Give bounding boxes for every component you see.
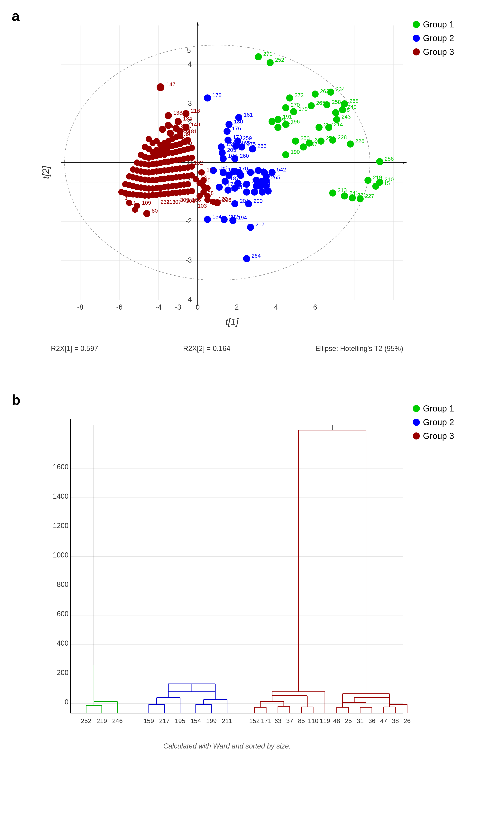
svg-text:194: 194	[238, 215, 247, 221]
legend-item-group1: Group 1	[413, 20, 454, 29]
svg-text:109: 109	[142, 200, 151, 206]
svg-text:219: 219	[96, 717, 107, 724]
svg-point-108	[204, 94, 211, 101]
panel-a-label: a	[12, 8, 20, 24]
svg-text:171: 171	[261, 717, 271, 724]
svg-text:154: 154	[212, 214, 222, 220]
svg-point-352	[200, 177, 207, 183]
svg-text:251: 251	[277, 116, 286, 122]
svg-text:200: 200	[253, 198, 263, 204]
legend-item-group3: Group 3	[413, 47, 454, 57]
svg-point-361	[204, 185, 211, 191]
svg-text:37: 37	[286, 717, 293, 724]
svg-text:176: 176	[232, 125, 241, 131]
group3-color-dot	[413, 48, 420, 55]
svg-point-161	[247, 224, 254, 231]
stat-ellipse: Ellipse: Hotelling's T2 (95%)	[316, 345, 403, 353]
scatter-plot: -8 -6 -4 -3 0 2 4 6 4 3 2 1 0 -1 -2 -3	[51, 16, 413, 329]
svg-point-102	[357, 195, 364, 202]
svg-point-183	[225, 172, 233, 179]
svg-point-128	[219, 149, 226, 156]
svg-text:234: 234	[336, 86, 345, 92]
svg-point-90	[376, 158, 383, 165]
dendro-plot: 0 200 400 600 800 1000 1200 1400 1600	[51, 400, 413, 752]
legend-b-group2-label: Group 2	[423, 417, 454, 427]
stat-r2x2: R2X[2] = 0.164	[183, 345, 230, 353]
svg-text:196: 196	[291, 118, 300, 125]
svg-point-130	[220, 155, 227, 162]
svg-text:119: 119	[320, 717, 330, 724]
svg-point-193	[165, 112, 172, 119]
svg-text:260: 260	[240, 153, 249, 159]
svg-text:48: 48	[333, 717, 340, 724]
panel-b: b Group 1 Group 2 Group 3	[12, 392, 492, 821]
svg-text:211: 211	[222, 717, 232, 724]
svg-text:110: 110	[308, 717, 318, 724]
svg-point-174	[243, 181, 250, 188]
svg-text:31: 31	[357, 717, 364, 724]
svg-text:-4: -4	[155, 303, 162, 311]
svg-text:80: 80	[152, 208, 158, 214]
svg-point-157	[221, 216, 228, 223]
svg-text:0: 0	[65, 698, 69, 706]
b-group2-color-dot	[413, 419, 420, 426]
svg-text:215: 215	[381, 180, 390, 186]
svg-text:228: 228	[338, 134, 347, 140]
svg-text:-8: -8	[77, 303, 83, 311]
b-group1-color-dot	[413, 405, 420, 412]
svg-text:63: 63	[274, 717, 281, 724]
svg-text:227: 227	[365, 193, 374, 199]
svg-text:258: 258	[332, 99, 341, 105]
svg-point-151	[231, 200, 238, 207]
svg-point-189	[157, 83, 164, 91]
svg-text:226: 226	[355, 138, 364, 144]
svg-point-76	[292, 137, 299, 144]
svg-text:243: 243	[342, 114, 351, 120]
scatter-area: Group 1 Group 2 Group 3	[27, 12, 458, 355]
svg-text:190: 190	[291, 149, 300, 155]
y-axis-label: t[2]	[40, 166, 51, 179]
svg-text:103: 103	[198, 203, 207, 209]
svg-text:199: 199	[206, 717, 216, 724]
svg-text:1200: 1200	[53, 522, 69, 530]
svg-text:252: 252	[275, 57, 284, 63]
svg-point-40	[255, 53, 262, 60]
svg-text:4: 4	[188, 60, 192, 68]
svg-text:205: 205	[227, 147, 236, 153]
legend-a: Group 1 Group 2 Group 3	[413, 20, 454, 57]
svg-text:26: 26	[404, 717, 411, 724]
svg-text:134: 134	[183, 116, 192, 122]
legend-group2-label: Group 2	[423, 33, 454, 43]
legend-group3-label: Group 3	[423, 47, 454, 57]
svg-text:36: 36	[368, 717, 375, 724]
svg-point-88	[282, 151, 289, 158]
svg-point-180	[251, 188, 258, 195]
svg-point-80	[317, 137, 325, 144]
svg-rect-370	[51, 400, 413, 762]
svg-text:1400: 1400	[53, 492, 69, 500]
legend-b-item-group2: Group 2	[413, 417, 454, 427]
svg-point-185	[237, 172, 244, 179]
svg-point-188	[234, 180, 241, 187]
svg-text:1600: 1600	[53, 463, 69, 471]
svg-text:400: 400	[57, 639, 69, 647]
svg-point-179	[243, 188, 250, 195]
stats-row: R2X[1] = 0.597 R2X[2] = 0.164 Ellipse: H…	[51, 345, 403, 353]
svg-text:600: 600	[57, 610, 69, 618]
svg-point-147	[225, 186, 232, 193]
svg-text:181: 181	[244, 112, 253, 118]
legend-b-group1-label: Group 1	[423, 404, 454, 413]
svg-text:162: 162	[194, 160, 203, 166]
group1-color-dot	[413, 21, 420, 28]
svg-text:198: 198	[341, 107, 350, 113]
svg-text:128: 128	[205, 190, 214, 196]
svg-point-172	[269, 169, 276, 176]
svg-point-182	[265, 187, 272, 194]
group2-color-dot	[413, 35, 420, 42]
svg-point-126	[249, 145, 256, 152]
svg-text:152: 152	[249, 717, 260, 724]
b-group3-color-dot	[413, 432, 420, 439]
svg-point-334	[143, 210, 150, 217]
svg-point-98	[341, 192, 348, 199]
svg-text:199: 199	[246, 169, 255, 175]
